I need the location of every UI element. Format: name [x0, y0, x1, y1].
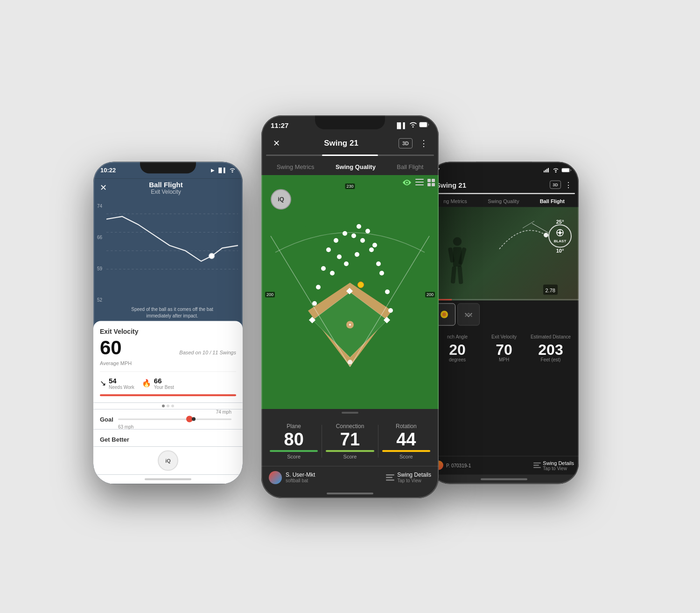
exit-velocity-metric: 70 MPH [481, 342, 527, 362]
tab-swing-quality[interactable]: Swing Quality [332, 162, 379, 172]
svg-rect-5 [427, 179, 431, 182]
3d-button[interactable]: 3D [399, 138, 413, 148]
plane-score: Plane 80 Score [266, 423, 322, 459]
svg-line-39 [523, 221, 534, 228]
blast-overlay: 25° BLAST 10° [548, 218, 572, 253]
ev-stats: ↘ 54 Needs Work 🔥 66 Your Best [100, 371, 236, 389]
needs-work-icon: ↘ [100, 379, 106, 388]
svg-point-45 [442, 312, 446, 316]
dist-marker-top: 230 [345, 183, 355, 189]
ev-main: 60 Average MPH [100, 336, 132, 366]
field-fan-icon[interactable] [402, 179, 412, 188]
svg-point-37 [544, 233, 548, 237]
right-phone: 7 Swing 21 3D ⋮ ng Metrics [429, 162, 579, 484]
plane-score-bar [270, 450, 318, 452]
right-tabs-row: ng Metrics Swing Quality Ball Flight [429, 193, 579, 207]
tab-progress-bar [266, 155, 434, 156]
ball-dots-container [261, 175, 439, 409]
pagination-dots [93, 402, 243, 409]
swing-details-center[interactable]: Swing Details Tap to View [386, 472, 431, 483]
bottom-bat-row-right: P. 070319-1 Swing Details Tap to View [429, 456, 579, 474]
field-controls [402, 179, 435, 188]
svg-rect-1 [420, 122, 427, 127]
tab-metrics-right[interactable]: ng Metrics [441, 197, 470, 205]
chart-labels: 74 66 59 52 [97, 203, 102, 302]
person-silhouette [443, 235, 471, 291]
bat-icon [269, 471, 282, 484]
needs-work-stat: ↘ 54 Needs Work [100, 376, 134, 389]
chart-svg [106, 203, 238, 282]
signal-icon-right [544, 168, 550, 172]
dot-1 [162, 404, 165, 407]
menu-button[interactable]: ⋮ [416, 136, 431, 151]
svg-rect-46 [533, 463, 541, 464]
dist-marker-right: 200 [425, 292, 435, 297]
svg-rect-28 [548, 168, 549, 172]
status-icons-right [544, 168, 572, 172]
iq-bottom-button[interactable]: iQ [158, 450, 178, 471]
svg-rect-47 [533, 465, 539, 466]
notch-left [140, 162, 196, 173]
location-icon-left: ▶ [211, 168, 215, 173]
drag-handle [261, 409, 439, 416]
metrics-section: nch Angle Exit Velocity Estimated Distan… [429, 328, 579, 456]
rotation-score-bar [382, 450, 430, 452]
svg-line-38 [532, 223, 548, 233]
rotation-score: Rotation 44 Score [378, 423, 434, 459]
svg-rect-26 [545, 169, 546, 172]
svg-rect-17 [386, 474, 394, 476]
home-bar-left [145, 478, 191, 480]
wifi-icon-right [553, 168, 559, 172]
tab-swing-metrics[interactable]: Swing Metrics [273, 162, 318, 172]
dot-3 [171, 404, 174, 407]
svg-rect-18 [386, 477, 392, 478]
video-progress-bar[interactable] [429, 299, 579, 300]
exit-velocity-card: Exit Velocity 60 Average MPH Based on 10… [93, 321, 243, 402]
close-button[interactable]: ✕ [269, 136, 284, 151]
chart-description: Speed of the ball as it comes off the ba… [106, 306, 238, 319]
center-screen: ✕ Swing 21 3D ⋮ Swing Metrics Swing Qual… [261, 136, 439, 498]
connection-score: Connection 71 Score [322, 423, 378, 459]
3d-button-right[interactable]: 3D [550, 181, 561, 189]
home-bar-right [481, 478, 527, 480]
home-indicator-center [261, 489, 439, 498]
center-phone: 11:27 ▐▌▌ ✕ Swing 21 3D ⋮ [261, 115, 439, 498]
svg-rect-2 [415, 179, 424, 180]
swing-details-right[interactable]: Swing Details Tap to View [533, 460, 574, 471]
home-indicator-left [93, 474, 243, 484]
field-list-icon[interactable] [415, 179, 424, 188]
bat-info: S. User-Mkt softball bat [269, 471, 315, 484]
bat-info-right: P. 070319-1 [434, 461, 471, 470]
tab-ball-flight[interactable]: Ball Flight [393, 162, 427, 172]
field-grid-icon[interactable] [427, 179, 435, 188]
slider-track [118, 418, 231, 420]
details-text-right: Swing Details Tap to View [543, 460, 574, 471]
close-button-left[interactable]: ✕ [100, 183, 107, 193]
thumb-2[interactable] [457, 303, 480, 325]
svg-point-24 [209, 253, 214, 258]
tabs-center: Swing Metrics Swing Quality Ball Flight [266, 159, 434, 175]
goal-slider[interactable]: 74 mph 63 mph [118, 415, 231, 423]
menu-button-right[interactable]: ⋮ [565, 180, 572, 189]
right-header: Swing 21 3D ⋮ [429, 178, 579, 193]
tab-flight-right[interactable]: Ball Flight [537, 197, 567, 205]
home-bar [327, 493, 373, 494]
iq-badge: iQ [271, 189, 291, 210]
metrics-labels: nch Angle Exit Velocity Estimated Distan… [434, 334, 574, 339]
tab-quality-right[interactable]: Swing Quality [485, 197, 522, 205]
svg-rect-8 [432, 183, 435, 186]
right-screen: Swing 21 3D ⋮ ng Metrics Swing Quality B… [429, 178, 579, 484]
launch-angle-metric: 20 degrees [434, 342, 481, 362]
svg-rect-19 [386, 479, 394, 481]
status-time-center: 11:27 [271, 121, 288, 129]
est-distance-metric: 203 Feet (est) [527, 342, 574, 362]
svg-rect-25 [544, 170, 545, 172]
scores-section: Plane 80 Score Connection 71 Score Rotat… [261, 416, 439, 466]
video-area: 25° BLAST 10° 2.78 [429, 207, 579, 300]
status-icons-left: ▶ ▐▌▌ [211, 168, 236, 173]
svg-rect-30 [562, 168, 569, 172]
svg-rect-3 [415, 182, 424, 183]
bottom-info-center: S. User-Mkt softball bat Swing Details T… [261, 466, 439, 489]
dist-marker-left: 200 [265, 292, 275, 297]
battery-icon [419, 122, 429, 129]
